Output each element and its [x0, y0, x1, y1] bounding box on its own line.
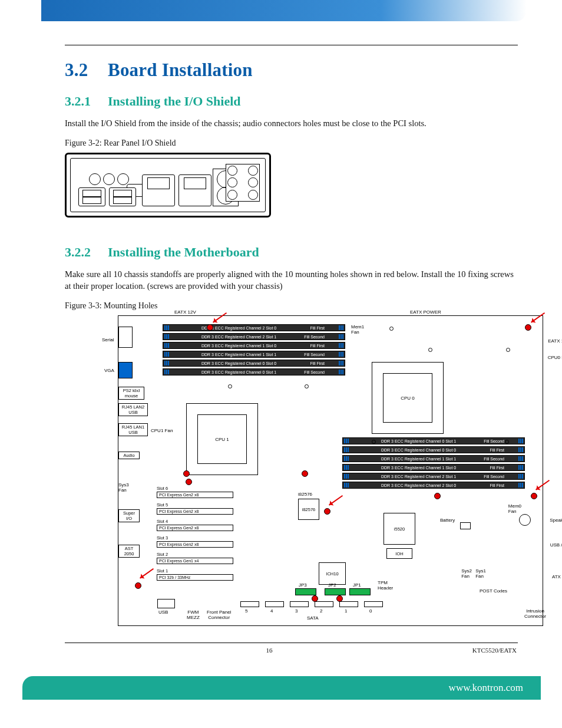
label-fwm: FWM MEZZ — [187, 610, 200, 620]
page-content: 3.2Board Installation 3.2.1Installing th… — [0, 21, 562, 666]
label-eatx-power: EATX POWER — [410, 309, 441, 315]
label-sys2: Sys2 Fan — [461, 568, 472, 579]
dimm-right: DDR 3 ECC Registered Channel 0 Slot 1Fil… — [342, 437, 525, 444]
label-tpm: TPM Header — [378, 580, 393, 591]
label-i82576: i82576 — [298, 492, 312, 497]
mounting-hole — [183, 470, 190, 477]
mounting-hole — [531, 493, 537, 499]
label-rj45-lan2: RJ45 LAN2 USB — [118, 403, 148, 416]
subsection-1-heading: 3.2.1Installing the I/O Shield — [65, 94, 518, 109]
subsection-2-heading: 3.2.2Installing the Motherboard — [65, 245, 518, 260]
mounting-hole — [434, 493, 441, 499]
label-cpu1fan: CPU1 Fan — [151, 428, 173, 433]
pci-slot: Slot 5PCI Express Gen2 x8 — [157, 502, 292, 515]
dimm-top: DDR 3 ECC Registered Channel 1 Slot 0Fil… — [163, 342, 345, 349]
dimm-right: DDR 3 ECC Registered Channel 2 Slot 0Fil… — [342, 482, 525, 489]
label-mem1fan: Mem1 Fan — [351, 324, 364, 335]
figure-io-shield — [65, 153, 271, 218]
dimm-top: DDR 3 ECC Registered Channel 0 Slot 1Fil… — [163, 368, 345, 375]
label-serial: Serial — [102, 337, 114, 342]
label-vga: VGA — [104, 368, 114, 373]
dimm-right: DDR 3 ECC Registered Channel 2 Slot 1Fil… — [342, 473, 525, 480]
dimm-right: DDR 3 ECC Registered Channel 1 Slot 1Fil… — [342, 455, 525, 462]
label-speaker: Speaker — [550, 518, 562, 523]
section-number: 3.2 — [65, 60, 108, 81]
dimm-top: DDR 3 ECC Registered Channel 1 Slot 1Fil… — [163, 351, 345, 358]
label-fpc: Front Panel Connector — [207, 610, 231, 620]
figure-3-3-caption: Figure 3-3: Mounting Holes — [65, 300, 518, 312]
section-heading: 3.2Board Installation — [65, 60, 518, 81]
mounting-hole — [312, 595, 318, 602]
label-sata: SATA — [307, 615, 319, 621]
label-mem0fan: Mem0 Fan — [508, 503, 521, 514]
cpu1-socket: CPU 1 — [186, 403, 258, 475]
dimm-right: DDR 3 ECC Registered Channel 0 Slot 0Fil… — [342, 446, 525, 453]
mounting-hole — [186, 479, 192, 485]
jumper-jp2 — [325, 588, 346, 595]
page-number: 16 — [266, 647, 272, 654]
subsection-1-title: Installing the I/O Shield — [108, 94, 241, 108]
label-usbflash: USB / USB Flash — [550, 542, 562, 548]
subsection-1-paragraph: Install the I/O Shield from the inside o… — [65, 117, 518, 129]
label-post: POST Codes — [480, 588, 507, 594]
label-battery: Battery — [440, 518, 455, 523]
header-band — [41, 0, 527, 21]
figure-motherboard: EATX 12V EATX POWER EATX 12V Mem1 Fan CP… — [118, 315, 542, 626]
rule-bottom — [65, 643, 518, 643]
label-sys3fan: Sys3 Fan — [118, 482, 129, 493]
dimm-top: DDR 3 ECC Registered Channel 2 Slot 1Fil… — [163, 333, 345, 340]
label-sys1: Sys1 Fan — [475, 568, 486, 579]
chip-ioh: IOH — [386, 548, 412, 559]
label-usb: USB — [158, 610, 168, 615]
figure-3-2-caption: Figure 3-2: Rear Panel I/O Shield — [65, 137, 518, 149]
dimm-right: DDR 3 ECC Registered Channel 1 Slot 0Fil… — [342, 464, 525, 471]
speaker-icon — [519, 514, 531, 526]
pci-slot: Slot 4PCI Express Gen2 x8 — [157, 519, 292, 531]
mounting-hole — [302, 470, 308, 477]
label-eatx12v-l: EATX 12V — [174, 309, 196, 315]
label-rj45-lan1: RJ45 LAN1 USB — [118, 423, 148, 436]
chip-i5520: i5520 — [384, 513, 415, 545]
pci-slot: Slot 2PCI Express Gen1 x4 — [157, 552, 292, 564]
label-intrusion: Intrusion Connector — [524, 608, 546, 619]
port-vga — [118, 362, 133, 378]
label-superio: Super I/O — [118, 509, 140, 522]
label-eatx12v-r: EATX 12V — [548, 338, 562, 344]
mounting-hole — [135, 582, 141, 589]
subsection-2-paragraph: Make sure all 10 chassis standoffs are p… — [65, 268, 518, 292]
mounting-hole — [336, 595, 343, 602]
footer-band: www.kontron.com — [22, 676, 541, 700]
jumper-jp3 — [295, 588, 316, 595]
battery-icon — [460, 522, 471, 529]
jumper-jp1 — [349, 588, 371, 595]
label-ps2: PS2 kbd mouse — [118, 387, 144, 400]
footer: 16 KTC5520/EATX — [65, 647, 518, 654]
doc-id: KTC5520/EATX — [472, 647, 517, 654]
section-title: Board Installation — [108, 60, 253, 80]
label-audio: Audio — [118, 452, 140, 459]
rule-top — [65, 45, 518, 45]
conn-usb — [157, 599, 175, 608]
pci-slot: Slot 6PCI Express Gen2 x8 — [157, 486, 292, 498]
subsection-1-number: 3.2.1 — [65, 94, 108, 109]
label-ast2050: AST 2050 — [118, 545, 140, 558]
pci-slot: Slot 1PCI 32b / 33MHz — [157, 568, 292, 581]
subsection-2-title: Installing the Motherboard — [108, 245, 259, 259]
mounting-hole — [324, 508, 330, 515]
port-serial — [118, 327, 133, 348]
footer-url: www.kontron.com — [449, 682, 523, 694]
pci-slot: Slot 3PCI Express Gen2 x8 — [157, 535, 292, 548]
cpu0-socket: CPU 0 — [372, 362, 444, 434]
dimm-top: DDR 3 ECC Registered Channel 0 Slot 0Fil… — [163, 360, 345, 367]
chip-i82576: i82576 — [298, 499, 319, 520]
chip-ich10: ICH10 — [319, 562, 346, 585]
label-cpu0fan: CPU0 Fan — [548, 355, 562, 360]
label-atx: ATX Connector — [552, 574, 562, 579]
subsection-2-number: 3.2.2 — [65, 245, 108, 260]
dimm-top: DDR 3 ECC Registered Channel 2 Slot 0Fil… — [163, 324, 345, 331]
